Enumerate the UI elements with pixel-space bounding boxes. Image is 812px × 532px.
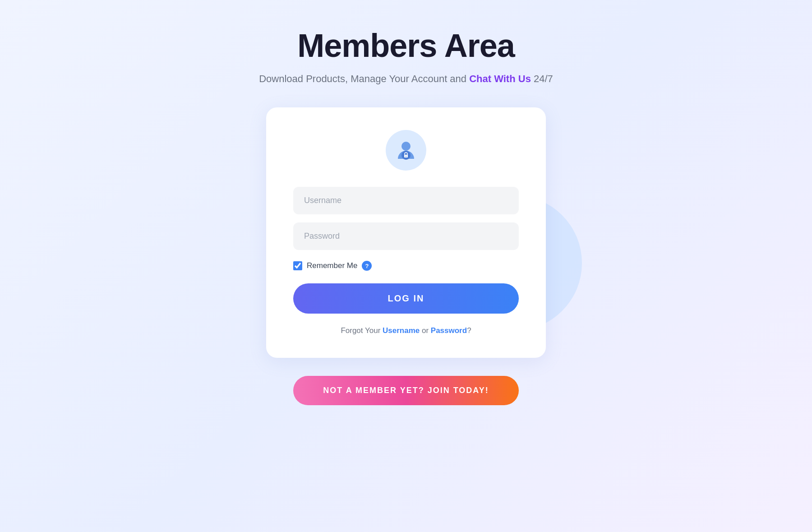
svg-point-3 bbox=[406, 156, 406, 157]
subtitle: Download Products, Manage Your Account a… bbox=[259, 73, 553, 85]
login-card: Remember Me ? LOG IN Forgot Your Usernam… bbox=[266, 107, 546, 358]
forgot-prefix: Forgot Your bbox=[341, 326, 383, 335]
forgot-username-link[interactable]: Username bbox=[383, 326, 420, 335]
user-lock-icon bbox=[386, 130, 426, 171]
page-title: Members Area bbox=[297, 27, 515, 64]
help-icon[interactable]: ? bbox=[362, 261, 372, 271]
login-button[interactable]: LOG IN bbox=[293, 283, 519, 314]
forgot-middle: or bbox=[420, 326, 431, 335]
card-wrapper: Remember Me ? LOG IN Forgot Your Usernam… bbox=[266, 107, 546, 358]
forgot-password-link[interactable]: Password bbox=[431, 326, 467, 335]
svg-point-0 bbox=[401, 142, 411, 151]
username-input[interactable] bbox=[293, 187, 519, 214]
remember-me-checkbox[interactable] bbox=[293, 261, 302, 270]
remember-me-label: Remember Me bbox=[307, 261, 357, 270]
join-today-button[interactable]: NOT A MEMBER YET? JOIN TODAY! bbox=[293, 376, 519, 405]
forgot-credentials-text: Forgot Your Username or Password? bbox=[341, 326, 471, 335]
chat-with-us-link[interactable]: Chat With Us bbox=[469, 73, 531, 84]
password-input[interactable] bbox=[293, 222, 519, 250]
subtitle-suffix: 24/7 bbox=[531, 73, 553, 84]
forgot-suffix: ? bbox=[467, 326, 471, 335]
subtitle-prefix: Download Products, Manage Your Account a… bbox=[259, 73, 469, 84]
remember-me-row: Remember Me ? bbox=[293, 261, 519, 271]
